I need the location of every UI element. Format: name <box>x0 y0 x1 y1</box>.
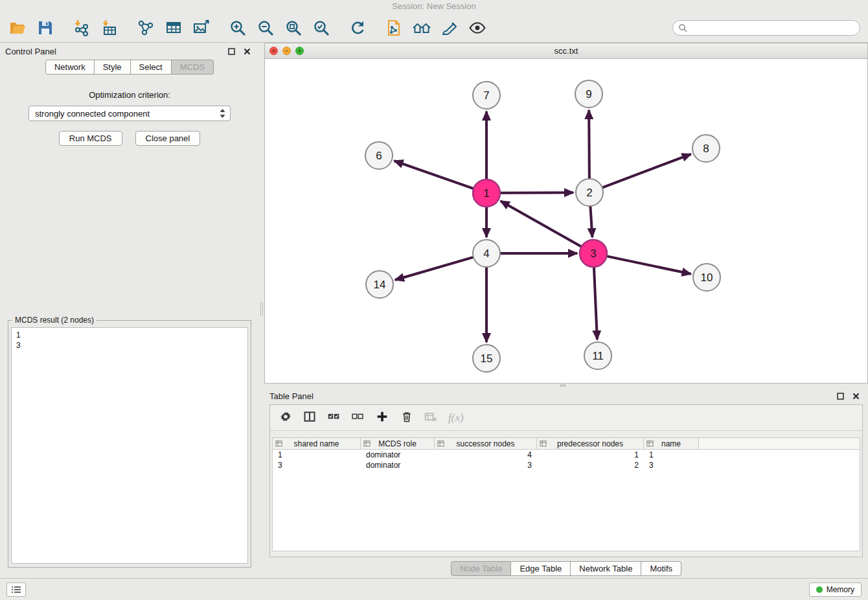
graph-node-11[interactable]: 11 <box>584 342 611 369</box>
graph-node-9[interactable]: 9 <box>575 80 602 108</box>
graph-edge-3-1[interactable] <box>501 201 582 246</box>
column-header-filler <box>699 438 860 450</box>
zoom-window-icon[interactable]: + <box>295 47 304 55</box>
main-toolbar <box>0 13 868 43</box>
float-panel-icon[interactable] <box>227 47 236 56</box>
new-network-button[interactable] <box>136 18 155 38</box>
graph-node-label: 10 <box>701 271 713 284</box>
graph-edge-3-11[interactable] <box>594 267 597 340</box>
zoom-in-icon <box>229 19 247 37</box>
function-builder-button: f(x) <box>448 411 464 424</box>
open-session-button[interactable] <box>8 18 27 38</box>
column-header-shared-name[interactable]: shared name <box>273 438 361 450</box>
graph-node-label: 4 <box>483 248 489 260</box>
mcds-result-list[interactable]: 13 <box>11 327 248 564</box>
table-cell: 2 <box>537 460 644 470</box>
graph-node-1[interactable]: 1 <box>473 179 500 207</box>
search-box[interactable] <box>672 20 860 36</box>
graph-edge-1-2[interactable] <box>500 192 573 193</box>
apply-layout-button[interactable] <box>384 18 404 38</box>
zoom-selected-button[interactable] <box>312 18 331 38</box>
close-panel-button[interactable]: Close panel <box>135 131 201 146</box>
select-all-button[interactable] <box>327 410 340 425</box>
tab-style[interactable]: Style <box>95 60 131 75</box>
column-header-name[interactable]: name <box>644 438 699 450</box>
show-column-button[interactable] <box>303 410 316 425</box>
add-column-button[interactable] <box>375 410 389 426</box>
close-table-panel-icon[interactable] <box>851 391 860 400</box>
memory-button[interactable]: Memory <box>809 583 862 597</box>
close-panel-icon[interactable] <box>242 47 251 56</box>
import-table-from-file-button[interactable] <box>100 18 119 38</box>
graph-edge-2-3[interactable] <box>590 206 592 237</box>
import-network-from-file-button[interactable] <box>72 18 91 38</box>
style-brush-button[interactable] <box>440 18 459 38</box>
graph-node-15[interactable]: 15 <box>473 345 500 372</box>
graph-edge-2-9[interactable] <box>589 110 589 179</box>
control-panel-tabs: NetworkStyleSelectMCDS <box>0 60 259 75</box>
new-network-table-button[interactable] <box>164 18 183 38</box>
graph-edge-1-6[interactable] <box>394 161 474 189</box>
window-title: Session: New Session <box>0 0 868 13</box>
zoom-in-button[interactable] <box>228 18 247 38</box>
criterion-value: strongly connected component <box>35 109 219 119</box>
column-header-successor-nodes[interactable]: successor nodes <box>435 438 537 450</box>
table-cell: 3 <box>435 460 537 470</box>
column-header-predecessor-nodes[interactable]: predecessor nodes <box>537 438 644 450</box>
zoom-fit-icon <box>284 19 303 37</box>
search-input[interactable] <box>691 23 854 32</box>
network-canvas[interactable]: 7968124314101511 <box>265 59 867 383</box>
memory-label: Memory <box>827 585 854 594</box>
float-table-panel-icon[interactable] <box>836 391 845 400</box>
export-image-button[interactable] <box>192 18 211 38</box>
tab-network[interactable]: Network <box>45 60 95 75</box>
table-settings-button[interactable] <box>279 410 292 425</box>
graph-node-6[interactable]: 6 <box>365 142 393 169</box>
task-history-button[interactable] <box>6 583 26 597</box>
columns-icon <box>303 410 316 423</box>
column-sort-icon <box>540 440 547 447</box>
graph-node-3[interactable]: 3 <box>580 240 607 267</box>
minimize-window-icon[interactable]: − <box>282 47 291 55</box>
graph-node-4[interactable]: 4 <box>473 240 500 267</box>
graph-node-2[interactable]: 2 <box>576 179 603 206</box>
delete-column-button[interactable] <box>400 410 413 425</box>
graph-edge-3-10[interactable] <box>607 256 691 273</box>
graph-edge-2-8[interactable] <box>602 154 691 188</box>
tab-edge-table[interactable]: Edge Table <box>511 561 571 576</box>
show-hide-button[interactable] <box>468 18 487 38</box>
graph-node-label: 9 <box>586 88 591 100</box>
graph-node-label: 11 <box>592 350 604 362</box>
tab-network-table[interactable]: Network Table <box>571 561 641 576</box>
table-row[interactable]: 3dominator323 <box>273 460 860 470</box>
graph-node-7[interactable]: 7 <box>473 82 500 109</box>
zoom-out-button[interactable] <box>256 18 275 38</box>
run-mcds-button[interactable]: Run MCDS <box>59 131 122 146</box>
graph-node-8[interactable]: 8 <box>692 135 720 162</box>
network-graph[interactable]: 7968124314101511 <box>265 59 867 383</box>
save-floppy-icon <box>36 19 54 37</box>
graph-node-14[interactable]: 14 <box>366 271 393 298</box>
table-row[interactable]: 1dominator411 <box>273 450 860 460</box>
first-neighbors-button[interactable] <box>412 18 431 38</box>
criterion-select[interactable]: strongly connected component <box>29 106 231 121</box>
graph-node-10[interactable]: 10 <box>693 264 720 291</box>
tab-node-table[interactable]: Node Table <box>451 561 512 576</box>
deselect-all-button[interactable] <box>351 410 364 425</box>
network-table-icon <box>165 19 183 37</box>
tab-motifs[interactable]: Motifs <box>641 561 681 576</box>
vertical-splitter[interactable] <box>259 43 264 574</box>
tab-mcds[interactable]: MCDS <box>172 60 214 75</box>
graph-node-label: 3 <box>590 248 596 260</box>
table-cell: dominator <box>361 460 435 470</box>
zoom-out-icon <box>257 19 275 37</box>
zoom-fit-button[interactable] <box>284 18 303 38</box>
graph-edge-4-14[interactable] <box>395 257 474 280</box>
tab-select[interactable]: Select <box>131 60 172 75</box>
close-window-icon[interactable]: × <box>269 47 278 55</box>
save-session-button[interactable] <box>36 18 55 38</box>
refresh-button[interactable] <box>348 18 367 38</box>
node-table: shared nameMCDS rolesuccessor nodesprede… <box>272 437 860 551</box>
export-image-icon <box>192 19 211 37</box>
column-header-mcds-role[interactable]: MCDS role <box>361 438 435 450</box>
